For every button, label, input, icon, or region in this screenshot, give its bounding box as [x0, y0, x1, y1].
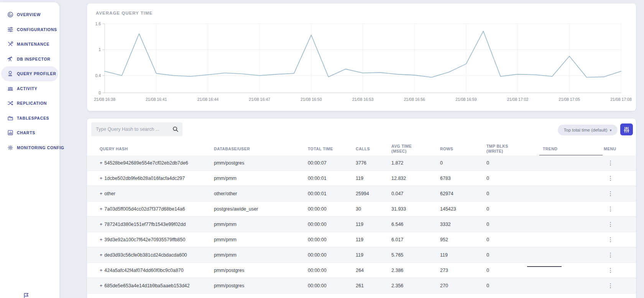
svg-text:0.4: 0.4: [95, 73, 101, 78]
tmp-blks-cell: 0: [486, 206, 489, 212]
avg-time-cell: 1.872: [391, 160, 403, 166]
query-hash-value: other: [104, 191, 115, 196]
table-row[interactable]: +787241d380e151ef77fb1543e99f02ddpmm/pmm…: [87, 217, 636, 232]
column-header-avg-time[interactable]: AVG TIME (MSEC): [391, 144, 412, 154]
expand-row-icon[interactable]: +: [100, 191, 102, 196]
rows-cell: 273: [440, 268, 448, 273]
table-row[interactable]: +1dcbe502db9fe6b28a016facfa4dc297pmm/pmm…: [87, 171, 636, 186]
sidebar-item-activity[interactable]: ACTIVITY: [1, 81, 58, 96]
query-hash-value: 54528be942689e554e7cf02eb2db7de6: [104, 160, 188, 166]
query-table-body: +54528be942689e554e7cf02eb2db7de6pmm/pos…: [87, 155, 636, 293]
table-row[interactable]: +39d3e92a100c7f642e70935579ffb850pmm/pmm…: [87, 232, 636, 247]
sidebar-item-label: QUERY PROFILER: [17, 71, 56, 76]
table-row[interactable]: +424a5afc42f4af074dd60f0bc9c0a870pmm/pos…: [87, 263, 636, 278]
svg-text:21/08 17:02: 21/08 17:02: [507, 97, 529, 102]
query-profiler-panel: Top total time (default) ▾ QUERY HASHDAT…: [87, 119, 636, 298]
calls-cell: 119: [356, 252, 363, 258]
kebab-menu-icon[interactable]: ⋮: [605, 159, 616, 167]
maintenance-icon: [7, 41, 14, 48]
search-icon[interactable]: [172, 126, 179, 133]
avg-time-cell: 5.765: [391, 252, 403, 258]
rows-cell: 952: [440, 237, 448, 242]
table-row[interactable]: +7a03d5ff005d4cc02d7f377d68be14a6postgre…: [87, 201, 636, 217]
kebab-menu-icon[interactable]: ⋮: [605, 220, 616, 229]
column-header-rows[interactable]: ROWS: [440, 147, 453, 151]
sliders-icon: [623, 126, 630, 133]
column-header-query-hash[interactable]: QUERY HASH: [100, 147, 128, 151]
expand-row-icon[interactable]: +: [100, 268, 102, 273]
query-hash-value: 787241d380e151ef77fb1543e99f02dd: [104, 222, 186, 227]
query-hash-cell: +39d3e92a100c7f642e70935579ffb850: [100, 237, 185, 242]
expand-row-icon[interactable]: +: [100, 222, 102, 227]
total-time-cell: 00:00:00: [308, 206, 327, 212]
query-hash-cell: +ded3d93c56cfe0b381cd24cbdacda600: [100, 252, 187, 258]
expand-row-icon[interactable]: +: [100, 160, 102, 166]
svg-text:1.6: 1.6: [95, 21, 101, 26]
total-time-cell: 00:00:00: [308, 222, 327, 227]
calls-cell: 30: [356, 206, 361, 212]
column-header-database-user[interactable]: DATABASE/USER: [214, 147, 250, 151]
total-time-cell: 00:00:00: [308, 283, 327, 288]
average-query-time-panel: AVERAGE QUERY TIME 00.411.621/08 16:3821…: [87, 3, 636, 111]
table-row[interactable]: +685de5e653a4e14d1b9ba5aaeb153d42pmm/pos…: [87, 278, 636, 293]
sidebar-item-configurations[interactable]: CONFIGURATIONS: [1, 22, 58, 37]
tmp-blks-cell: 0: [486, 191, 489, 196]
rows-cell: 119: [440, 252, 448, 258]
kebab-menu-icon[interactable]: ⋮: [605, 189, 616, 198]
kebab-menu-icon[interactable]: ⋮: [605, 205, 616, 213]
query-hash-cell: +424a5afc42f4af074dd60f0bc9c0a870: [100, 268, 184, 273]
table-row[interactable]: +otherother/other00:00:01259940.04762974…: [87, 186, 636, 201]
svg-text:21/08 16:47: 21/08 16:47: [249, 97, 270, 102]
sidebar-item-charts[interactable]: CHARTS: [1, 125, 58, 140]
sort-dropdown-label: Top total time (default): [564, 128, 608, 132]
total-time-cell: 00:00:01: [308, 176, 327, 181]
sort-dropdown[interactable]: Top total time (default) ▾: [558, 125, 618, 135]
chevron-down-icon: ▾: [610, 128, 611, 132]
column-header-total-time[interactable]: TOTAL TIME: [308, 147, 333, 151]
column-header-tmp-blks[interactable]: TMP BLKS (WRITE): [486, 144, 508, 154]
kebab-menu-icon[interactable]: ⋮: [605, 266, 616, 275]
svg-text:21/08 16:59: 21/08 16:59: [455, 97, 477, 102]
calls-cell: 119: [356, 237, 363, 242]
sidebar-item-replication[interactable]: REPLICATION: [1, 96, 58, 111]
column-header-trend[interactable]: TREND: [543, 147, 557, 151]
sidebar-item-tablespaces[interactable]: TABLESPACES: [1, 111, 58, 126]
kebab-menu-icon[interactable]: ⋮: [605, 282, 616, 290]
expand-row-icon[interactable]: +: [100, 252, 102, 258]
total-time-cell: 00:00:00: [308, 268, 327, 273]
column-header-calls[interactable]: CALLS: [356, 147, 370, 151]
sidebar-item-db-inspector[interactable]: DB INSPECTOR: [1, 52, 58, 67]
expand-row-icon[interactable]: +: [100, 176, 102, 181]
query-hash-value: 1dcbe502db9fe6b28a016facfa4dc297: [104, 176, 185, 181]
kebab-menu-icon[interactable]: ⋮: [605, 251, 616, 259]
sidebar-item-overview[interactable]: OVERVIEW: [1, 7, 58, 22]
rows-cell: 3332: [440, 222, 451, 227]
expand-row-icon[interactable]: +: [100, 237, 102, 242]
sidebar-item-monitoring-config[interactable]: MONITORING CONFIG: [1, 140, 58, 155]
table-row[interactable]: +ded3d93c56cfe0b381cd24cbdacda600pmm/pmm…: [87, 247, 636, 263]
kebab-menu-icon[interactable]: ⋮: [605, 235, 616, 244]
kebab-menu-icon[interactable]: ⋮: [605, 174, 616, 183]
monitoring-config-icon: [7, 144, 14, 151]
total-time-cell: 00:00:07: [308, 160, 327, 166]
query-profiler-icon: [7, 70, 14, 77]
column-header-menu[interactable]: MENU: [604, 147, 616, 151]
trend-line: [527, 266, 562, 267]
query-hash-searchbox: [91, 122, 182, 136]
total-time-cell: 00:00:00: [308, 237, 327, 242]
sidebar-item-maintenance[interactable]: MAINTENANCE: [1, 37, 58, 52]
expand-row-icon[interactable]: +: [100, 283, 102, 288]
flag-icon[interactable]: [22, 291, 31, 298]
table-row[interactable]: +54528be942689e554e7cf02eb2db7de6pmm/pos…: [87, 155, 636, 171]
avg-time-cell: 31.933: [391, 206, 406, 212]
sidebar-item-label: OVERVIEW: [17, 12, 41, 17]
sidebar-item-label: MAINTENANCE: [17, 42, 49, 46]
table-header-row: QUERY HASHDATABASE/USERTOTAL TIMECALLSAV…: [87, 142, 636, 155]
sidebar: OVERVIEWCONFIGURATIONSMAINTENANCEDB INSP…: [0, 2, 59, 298]
db-user-cell: pmm/postgres: [214, 283, 244, 288]
query-hash-cell: +1dcbe502db9fe6b28a016facfa4dc297: [100, 176, 185, 181]
expand-row-icon[interactable]: +: [100, 206, 102, 212]
sidebar-item-query-profiler[interactable]: QUERY PROFILER: [1, 66, 58, 81]
filter-button[interactable]: [620, 123, 633, 135]
search-input[interactable]: [91, 122, 182, 136]
